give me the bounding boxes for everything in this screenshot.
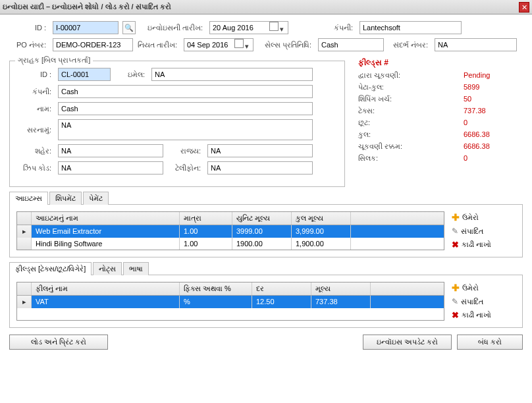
totals-row: પેટા-કુલ:5899: [358, 83, 516, 92]
cell: 3999.00: [232, 225, 292, 238]
items-delete-button[interactable]: ✖કાઢી નાખો: [450, 239, 516, 250]
x-icon: ✖: [452, 310, 459, 320]
totals-label: ચૂકવણી રક્કમ:: [358, 142, 402, 151]
totals-row: ચૂકવણી રક્કમ:6686.38: [358, 142, 516, 151]
cell: 1900.00: [232, 238, 292, 250]
close-icon[interactable]: ✕: [519, 2, 529, 13]
cust-phone-input[interactable]: [207, 161, 313, 175]
tab-payment[interactable]: પેમેંટ: [83, 192, 109, 205]
salesrep-input[interactable]: [318, 38, 384, 51]
cust-zip-input[interactable]: [58, 161, 163, 175]
col-header[interactable]: મૂલ્ય: [311, 282, 371, 295]
totals-value: 5899: [464, 83, 516, 92]
update-invoice-button[interactable]: ઇન્વૉઇસ અપડેટ કરો: [363, 335, 452, 350]
bottom-tabs: ફીલ્ડ્સ [ટેક્સ/છૂટ/વિગેરે] નોટ્સ ભાષા: [9, 261, 523, 275]
ref-input[interactable]: [435, 38, 517, 51]
cust-email-input[interactable]: [151, 68, 313, 81]
cust-id-label: ID :: [18, 70, 54, 78]
tab-notes[interactable]: નોટ્સ: [93, 262, 122, 275]
row-marker-header: [17, 282, 32, 295]
ref-label: સંદર્ભ નંબર:: [388, 41, 431, 49]
fees-delete-button[interactable]: ✖કાઢી નાખો: [450, 309, 516, 321]
totals-value: 6686.38: [464, 142, 516, 151]
totals-row: ટેક્સ:737.38: [358, 107, 516, 115]
due-date-value: 04 Sep 2016: [187, 41, 228, 49]
load-print-button[interactable]: લોડ અને પ્રિંટ કરો: [9, 335, 108, 350]
due-date-label: નિયત તારીખ:: [137, 41, 180, 49]
totals-value: 50: [464, 95, 516, 103]
fees-grid[interactable]: ફીલનું નામફિક્સ અથવા %દરમૂલ્ય ▸VAT%12.50…: [16, 282, 444, 321]
row-marker: [17, 238, 32, 250]
search-icon[interactable]: 🔍: [122, 21, 136, 34]
invoice-date-input[interactable]: 20 Aug 2016 ▾: [209, 21, 288, 34]
totals-value: 6686.38: [464, 130, 516, 139]
due-date-input[interactable]: 04 Sep 2016 ▾: [184, 38, 253, 51]
cust-phone-label: ટેલીફોન:: [167, 164, 203, 173]
col-header[interactable]: કુલ મૂલ્ય: [292, 212, 351, 225]
col-header[interactable]: યુનિટ મૂલ્ય: [232, 212, 292, 225]
tab-fees[interactable]: ફીલ્ડ્સ [ટેક્સ/છૂટ/વિગેરે]: [9, 262, 92, 275]
cust-id-input[interactable]: [58, 68, 111, 81]
totals-label: કુલ:: [358, 130, 371, 139]
totals-label: દ્વારા ચૂકવણી:: [358, 71, 400, 80]
po-input[interactable]: [53, 38, 133, 51]
totals-label: પેટા-કુલ:: [358, 83, 384, 92]
cell: 1,900.00: [292, 238, 351, 250]
col-header[interactable]: માત્રા: [180, 212, 232, 225]
top-tabs: આઇટમ્સ શિપમેંટ પેમેંટ: [9, 191, 523, 205]
invoice-date-value: 20 Aug 2016: [213, 24, 253, 32]
items-edit-button[interactable]: ✎સંપાદિત: [450, 226, 516, 236]
cell: %: [180, 296, 252, 308]
company-input[interactable]: [359, 21, 462, 34]
plus-icon: ✚: [452, 282, 460, 293]
cust-state-input[interactable]: [207, 144, 313, 157]
col-header[interactable]: દર: [252, 282, 311, 295]
tab-items[interactable]: આઇટમ્સ: [9, 192, 48, 205]
totals-label: સિલક:: [358, 154, 378, 163]
totals-value: 0: [464, 119, 516, 127]
tab-shipment[interactable]: શિપમેંટ: [49, 192, 82, 205]
cell: Hindi Biling Software: [32, 238, 180, 250]
cust-city-label: શહેર:: [18, 147, 54, 155]
totals-value: 737.38: [464, 107, 516, 115]
close-button[interactable]: બંધ કરો: [457, 335, 523, 350]
cust-name-input[interactable]: [58, 102, 313, 115]
chevron-down-icon: ▾: [279, 25, 285, 34]
col-header[interactable]: ફિક્સ અથવા %: [180, 282, 252, 295]
table-row[interactable]: ▸VAT%12.50737.38: [17, 296, 444, 308]
titlebar: ઇન્વોઇસ યાદી – ઇન્વોઇસને શોધો / લોડ કરો …: [0, 0, 532, 14]
row-marker: ▸: [17, 296, 32, 308]
totals-panel: ફીલ્ડ્સ # દ્વારા ચૂકવણી:Pendingપેટા-કુલ:…: [358, 55, 516, 187]
totals-row: છૂટ:0: [358, 119, 516, 127]
cust-city-input[interactable]: [58, 144, 163, 157]
totals-row: શિપિંગ ખર્ચ:50: [358, 95, 516, 103]
invoice-id-input[interactable]: [53, 21, 119, 34]
totals-value: Pending: [464, 71, 516, 80]
salesrep-label: સેલ્સ પ્રતિનિધિ:: [257, 41, 314, 49]
cust-address-input[interactable]: [58, 119, 313, 140]
cell: 3,999.00: [292, 225, 351, 238]
customer-fieldset: ગ્રાહક [બિલ પ્રાપ્તકર્તા] ID : ઇમેલ: કંપ…: [9, 61, 345, 187]
cust-company-input[interactable]: [58, 85, 313, 98]
totals-row: દ્વારા ચૂકવણી:Pending: [358, 71, 516, 80]
fees-tab-body: ફીલનું નામફિક્સ અથવા %દરમૂલ્ય ▸VAT%12.50…: [9, 275, 523, 328]
chevron-down-icon: ▾: [244, 42, 250, 51]
fees-edit-button[interactable]: ✎સંપાદિત: [450, 296, 516, 307]
table-row[interactable]: ▸Web Email Extractor1.003999.003,999.00: [17, 225, 444, 238]
col-header[interactable]: ફીલનું નામ: [32, 282, 180, 295]
tab-language[interactable]: ભાષા: [123, 262, 149, 275]
po-label: PO નંબર:: [9, 41, 49, 49]
cust-state-label: રાજ્ય:: [167, 147, 203, 155]
fees-add-button[interactable]: ✚ઉમેરો: [450, 282, 516, 294]
items-tab-body: આઇટમનું નામમાત્રાયુનિટ મૂલ્યકુલ મૂલ્ય ▸W…: [9, 205, 523, 257]
cell: VAT: [32, 296, 180, 308]
totals-label: ટેક્સ:: [358, 107, 375, 115]
calendar-icon: [269, 22, 279, 31]
totals-value: 0: [464, 154, 516, 163]
window-title: ઇન્વોઇસ યાદી – ઇન્વોઇસને શોધો / લોડ કરો …: [3, 3, 519, 11]
col-header[interactable]: આઇટમનું નામ: [32, 212, 180, 225]
table-row[interactable]: Hindi Biling Software1.001900.001,900.00: [17, 238, 444, 250]
items-grid[interactable]: આઇટમનું નામમાત્રાયુનિટ મૂલ્યકુલ મૂલ્ય ▸W…: [16, 211, 444, 250]
invoice-date-label: ઇન્વોઇસની તારીખ:: [140, 24, 205, 32]
items-add-button[interactable]: ✚ઉમેરો: [450, 211, 516, 223]
